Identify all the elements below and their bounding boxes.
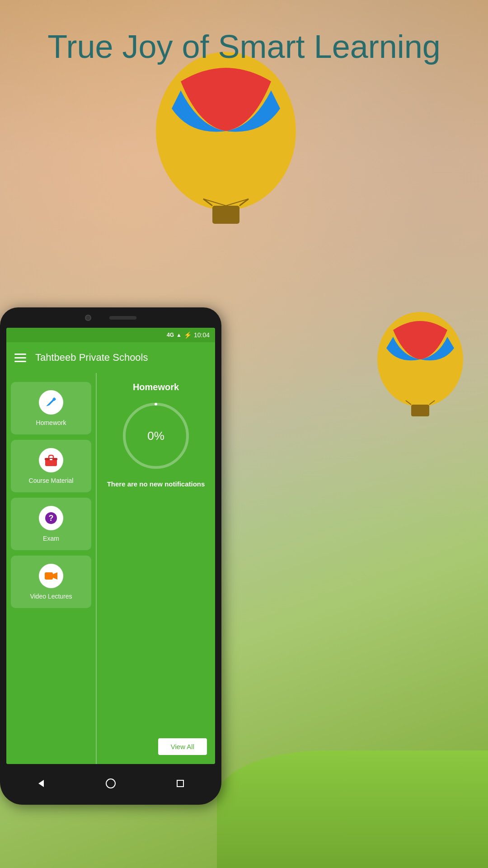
exam-icon-circle: ? (39, 506, 63, 530)
recents-button[interactable] (172, 775, 188, 792)
svg-rect-16 (45, 572, 53, 580)
svg-marker-17 (53, 572, 57, 580)
recents-square-icon (176, 779, 184, 788)
svg-marker-20 (38, 780, 44, 787)
phone-top-bar (9, 311, 212, 325)
time-display: 10:04 (194, 331, 210, 339)
back-arrow-icon (37, 779, 46, 788)
back-button[interactable] (33, 775, 49, 792)
svg-rect-1 (212, 206, 239, 224)
home-button[interactable] (103, 775, 119, 792)
homework-panel: Homework 0% There are no new notificatio… (97, 373, 215, 764)
nav-item-course-material[interactable]: Course Material (11, 440, 91, 492)
battery-icon: ⚡ (184, 331, 192, 339)
hamburger-line-3 (14, 361, 26, 362)
pencil-icon (45, 396, 57, 409)
phone-device: 4G ▲ ⚡ 10:04 Tahtbeeb Private Schools (0, 307, 221, 805)
svg-point-21 (106, 779, 115, 788)
briefcase-icon (44, 454, 58, 466)
signal-icon: ▲ (176, 332, 182, 338)
status-bar: 4G ▲ ⚡ 10:04 (6, 328, 215, 342)
exam-nav-label: Exam (43, 535, 59, 542)
phone-camera (85, 315, 91, 321)
course-material-icon-circle (39, 448, 63, 472)
grass-decoration (217, 750, 488, 868)
phone-outer-shell: 4G ▲ ⚡ 10:04 Tahtbeeb Private Schools (0, 307, 221, 805)
app-bar-title: Tahtbeeb Private Schools (35, 352, 148, 363)
notification-message: There are no new notifications (107, 479, 205, 489)
homework-panel-title: Homework (133, 382, 179, 392)
svg-rect-13 (50, 459, 52, 460)
question-icon: ? (45, 512, 57, 524)
phone-screen: 4G ▲ ⚡ 10:04 Tahtbeeb Private Schools (6, 328, 215, 764)
svg-rect-7 (411, 405, 429, 416)
homework-nav-label: Homework (36, 419, 66, 426)
hamburger-menu-button[interactable] (14, 354, 26, 362)
video-lectures-nav-label: Video Lectures (30, 593, 72, 600)
homework-icon-circle (39, 390, 63, 415)
hamburger-line-1 (14, 354, 26, 355)
main-content: Homework Course Material (6, 373, 215, 764)
network-indicator: 4G (167, 332, 174, 338)
nav-item-video-lectures[interactable]: Video Lectures (11, 556, 91, 608)
nav-item-exam[interactable]: ? Exam (11, 498, 91, 550)
view-all-button[interactable]: View All (158, 738, 207, 755)
hero-title: True Joy of Smart Learning (0, 27, 488, 66)
balloon-large (145, 45, 307, 235)
status-icons: 4G ▲ ⚡ 10:04 (167, 331, 210, 339)
course-material-nav-label: Course Material (29, 477, 74, 484)
svg-text:?: ? (49, 514, 54, 523)
hamburger-line-2 (14, 357, 26, 359)
app-bar: Tahtbeeb Private Schools (6, 342, 215, 373)
progress-percentage: 0% (147, 429, 164, 443)
svg-rect-22 (177, 780, 183, 787)
phone-bottom-nav (6, 768, 215, 799)
balloon-small (371, 307, 470, 425)
left-navigation: Homework Course Material (6, 373, 97, 764)
video-lectures-icon-circle (39, 564, 63, 588)
nav-item-homework[interactable]: Homework (11, 382, 91, 434)
video-camera-icon (44, 571, 58, 581)
phone-speaker (109, 316, 136, 320)
home-circle-icon (106, 778, 116, 788)
progress-circle: 0% (120, 400, 192, 472)
